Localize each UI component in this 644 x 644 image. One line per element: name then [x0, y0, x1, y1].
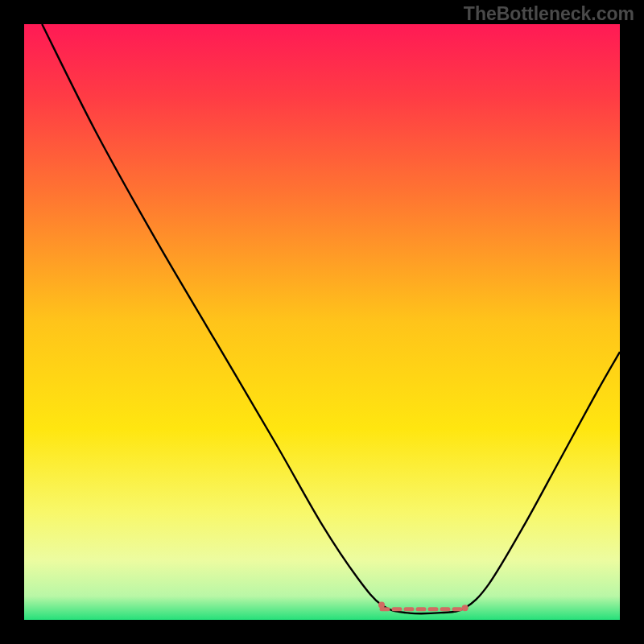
watermark-text: TheBottleneck.com [464, 3, 634, 25]
svg-point-1 [378, 602, 385, 609]
plot-area [24, 24, 620, 620]
chart-container: TheBottleneck.com [0, 0, 644, 644]
gradient-background [24, 24, 620, 620]
plot-svg [24, 24, 620, 620]
svg-point-2 [462, 605, 469, 611]
